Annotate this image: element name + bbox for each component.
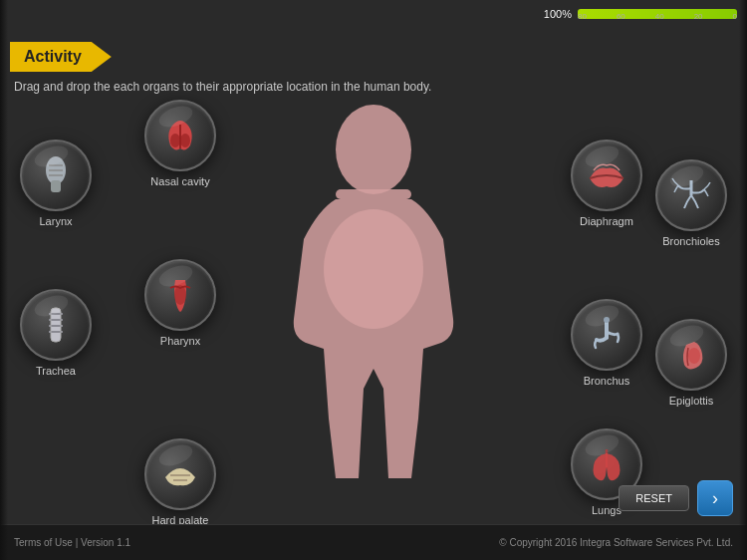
bronchioles-label: Bronchioles	[662, 235, 719, 247]
reset-button[interactable]: RESET	[619, 485, 689, 511]
svg-point-16	[174, 285, 186, 305]
footer: Terms of Use | Version 1.1 © Copyright 2…	[0, 524, 747, 560]
larynx-label: Larynx	[39, 215, 72, 227]
svg-rect-4	[51, 180, 61, 192]
main-area: Larynx Nasal cavity Diaphragm	[0, 90, 747, 520]
bronchus-label: Bronchus	[584, 375, 629, 387]
organ-bronchioles-circle[interactable]	[655, 159, 727, 231]
svg-point-17	[604, 317, 610, 323]
organ-nasal-cavity[interactable]: Nasal cavity	[144, 100, 216, 187]
next-button[interactable]: ›	[697, 480, 733, 516]
organ-pharynx[interactable]: Pharynx	[144, 259, 216, 347]
pharynx-label: Pharynx	[160, 335, 200, 347]
organ-bronchus[interactable]: Bronchus	[571, 299, 642, 387]
nasal-cavity-label: Nasal cavity	[150, 175, 209, 187]
activity-title: Activity	[24, 48, 82, 65]
organ-pharynx-circle[interactable]	[144, 259, 216, 331]
bottom-controls: RESET ›	[619, 480, 733, 516]
progress-label: 100%	[544, 8, 572, 20]
lungs-label: Lungs	[592, 504, 622, 516]
organ-hard-palate[interactable]: Hard palate	[144, 438, 216, 526]
organ-larynx[interactable]: Larynx	[20, 140, 92, 227]
organ-larynx-circle[interactable]	[20, 140, 92, 211]
activity-banner: Activity	[10, 42, 112, 72]
organ-hard-palate-circle[interactable]	[144, 438, 216, 510]
svg-point-9	[180, 134, 190, 147]
organ-bronchioles[interactable]: Bronchioles	[655, 159, 727, 247]
organ-trachea[interactable]: Trachea	[20, 289, 92, 377]
trachea-label: Trachea	[36, 365, 76, 377]
organ-diaphragm[interactable]: Diaphragm	[571, 140, 642, 227]
svg-point-0	[336, 105, 411, 194]
organ-diaphragm-circle[interactable]	[571, 140, 642, 211]
organ-epiglottis-circle[interactable]	[655, 319, 727, 391]
footer-terms: Terms of Use | Version 1.1	[14, 537, 130, 548]
svg-point-18	[688, 348, 700, 364]
svg-rect-1	[336, 189, 411, 199]
organ-epiglottis[interactable]: Epiglottis	[655, 319, 727, 407]
epiglottis-label: Epiglottis	[669, 395, 714, 407]
silhouette-svg	[264, 100, 483, 518]
svg-point-2	[324, 209, 423, 329]
diaphragm-label: Diaphragm	[580, 215, 633, 227]
progress-ticks: 80 60 40 20 0	[578, 12, 737, 21]
organ-bronchus-circle[interactable]	[571, 299, 642, 371]
organ-nasal-circle[interactable]	[144, 100, 216, 171]
human-silhouette	[264, 100, 483, 518]
organ-trachea-circle[interactable]	[20, 289, 92, 361]
svg-point-8	[170, 134, 180, 147]
footer-copyright: © Copyright 2016 Integra Software Servic…	[499, 537, 733, 548]
